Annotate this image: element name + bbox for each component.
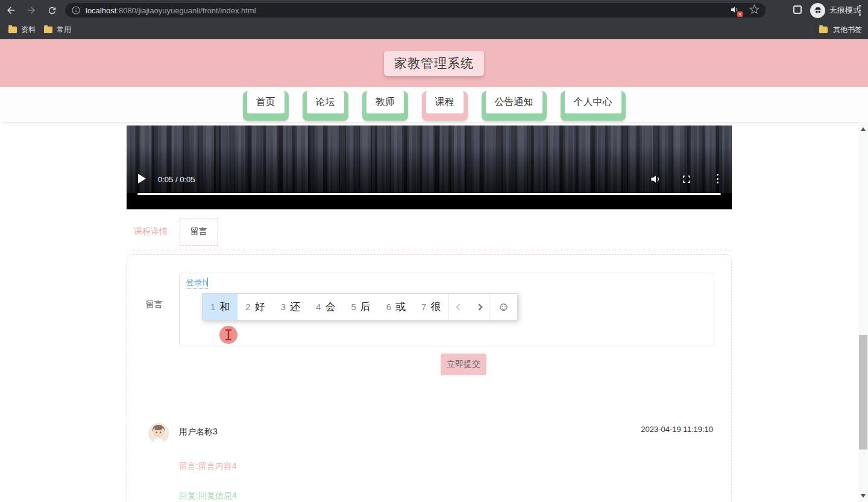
forward-icon[interactable] bbox=[25, 4, 37, 16]
video-frame-cityscape bbox=[127, 126, 732, 193]
folder-icon bbox=[44, 27, 52, 33]
ime-candidate-window: 1和 2好 3还 4会 5后 6或 7很 bbox=[202, 293, 518, 320]
page-title: 家教管理系统 bbox=[384, 51, 484, 76]
scroll-down-icon[interactable] bbox=[861, 494, 866, 498]
main-nav: 首页 论坛 教师 课程 公告通知 个人中心 bbox=[0, 87, 868, 122]
video-time: 0:05 / 0:05 bbox=[158, 175, 195, 184]
url-path: :8080/jiajiaoyuyueguanli/front/index.htm… bbox=[116, 6, 256, 15]
bookmark-folder-1[interactable]: 资料 bbox=[8, 25, 36, 35]
back-icon[interactable] bbox=[5, 4, 17, 16]
avatar bbox=[148, 423, 169, 443]
tabs: 课程详情 留言 bbox=[127, 218, 732, 246]
message-form: 留言 登录h 1和 2好 3还 4会 5后 6或 7很 bbox=[127, 273, 731, 346]
url-host: localhost bbox=[86, 6, 116, 15]
ime-candidate-6[interactable]: 6或 bbox=[379, 294, 414, 320]
divider bbox=[811, 25, 811, 35]
nav-button-teacher[interactable]: 教师 bbox=[362, 91, 408, 121]
site-header: 家教管理系统 bbox=[0, 39, 868, 87]
browser-menu-icon[interactable] bbox=[858, 5, 861, 16]
bookmark-label: 资料 bbox=[21, 25, 36, 35]
ime-prev-page-icon[interactable] bbox=[449, 294, 469, 320]
comments-list: 用户名称3 2023-04-19 11:19:10 留言:留言内容4 回复:回复… bbox=[127, 422, 731, 501]
message-panel: 留言 登录h 1和 2好 3还 4会 5后 6或 7很 bbox=[127, 254, 732, 502]
bookmark-label: 常用 bbox=[57, 25, 71, 35]
touch-text-cursor-icon bbox=[219, 326, 237, 344]
nav-label: 论坛 bbox=[307, 91, 344, 113]
incognito-label: 无痕模式 bbox=[829, 5, 861, 16]
bookmark-folder-2[interactable]: 常用 bbox=[44, 25, 71, 35]
ime-candidate-1[interactable]: 1和 bbox=[203, 294, 237, 320]
scroll-up-icon[interactable] bbox=[861, 127, 866, 131]
ime-candidate-5[interactable]: 5后 bbox=[343, 294, 378, 320]
tab-course-detail[interactable]: 课程详情 bbox=[134, 226, 168, 237]
video-progress-bar[interactable] bbox=[137, 193, 721, 195]
fullscreen-icon[interactable] bbox=[681, 174, 692, 185]
play-icon[interactable] bbox=[137, 174, 146, 183]
incognito-badge: 无痕模式 bbox=[810, 2, 861, 18]
nav-label: 首页 bbox=[247, 91, 285, 113]
nav-label: 教师 bbox=[366, 91, 404, 113]
nav-button-notice[interactable]: 公告通知 bbox=[482, 91, 547, 121]
other-bookmarks-label: 其他书签 bbox=[833, 25, 862, 35]
ime-next-page-icon[interactable] bbox=[469, 294, 489, 320]
comment-item: 用户名称3 2023-04-19 11:19:10 留言:留言内容4 回复:回复… bbox=[127, 422, 731, 501]
nav-button-forum[interactable]: 论坛 bbox=[303, 91, 348, 121]
text-caret bbox=[207, 278, 208, 287]
address-bar[interactable]: localhost:8080/jiajiaoyuyueguanli/front/… bbox=[65, 3, 766, 17]
incognito-icon bbox=[810, 3, 825, 18]
site-info-icon[interactable] bbox=[71, 5, 81, 15]
ime-emoji-icon[interactable] bbox=[489, 294, 517, 320]
side-panel-icon[interactable] bbox=[793, 5, 802, 14]
nav-button-course-active[interactable]: 课程 bbox=[422, 91, 468, 121]
submit-row: 立即提交 bbox=[127, 354, 731, 375]
browser-toolbar: localhost:8080/jiajiaoyuyueguanli/front/… bbox=[0, 0, 868, 21]
comment-username: 用户名称3 bbox=[179, 422, 713, 437]
bookmarks-bar: 资料 常用 其他书签 bbox=[0, 21, 868, 39]
nav-label: 公告通知 bbox=[486, 91, 542, 113]
comment-message: 留言:留言内容4 bbox=[179, 461, 713, 472]
ime-candidate-2[interactable]: 2好 bbox=[237, 294, 272, 320]
nav-button-profile[interactable]: 个人中心 bbox=[561, 91, 626, 121]
divider bbox=[127, 250, 732, 250]
ime-candidate-7[interactable]: 7很 bbox=[414, 294, 448, 320]
video-menu-icon[interactable] bbox=[716, 174, 719, 183]
nav-button-home[interactable]: 首页 bbox=[243, 91, 289, 121]
ime-candidate-4[interactable]: 4会 bbox=[308, 294, 343, 320]
ime-composition-text: 登录h bbox=[186, 278, 208, 289]
folder-icon bbox=[8, 27, 17, 33]
ime-candidate-3[interactable]: 3还 bbox=[273, 294, 308, 320]
comment-reply: 回复:回复信息4 bbox=[179, 491, 713, 501]
nav-label: 个人中心 bbox=[565, 91, 621, 113]
content-area: 0:05 / 0:05 课程详情 留言 留言 登录h 1和 2好 3还 4会 5… bbox=[127, 122, 732, 502]
muted-badge-icon: × bbox=[737, 11, 743, 17]
other-bookmarks[interactable]: 其他书签 bbox=[811, 25, 862, 35]
video-player[interactable]: 0:05 / 0:05 bbox=[127, 126, 732, 209]
message-field-label: 留言 bbox=[127, 273, 179, 346]
bookmark-star-icon[interactable] bbox=[749, 4, 760, 17]
tab-audio-muted-icon[interactable]: × bbox=[730, 5, 741, 16]
tab-message-active[interactable]: 留言 bbox=[180, 218, 218, 246]
comment-timestamp: 2023-04-19 11:19:10 bbox=[641, 425, 713, 434]
page-scrollbar[interactable] bbox=[858, 122, 868, 502]
scrollbar-thumb[interactable] bbox=[859, 335, 867, 450]
url-text: localhost:8080/jiajiaoyuyueguanli/front/… bbox=[86, 6, 256, 15]
reload-icon[interactable] bbox=[46, 4, 58, 16]
volume-icon[interactable] bbox=[650, 173, 662, 185]
submit-button[interactable]: 立即提交 bbox=[441, 354, 486, 375]
folder-icon bbox=[819, 27, 828, 33]
message-textarea[interactable]: 登录h 1和 2好 3还 4会 5后 6或 7很 bbox=[179, 273, 714, 346]
nav-label: 课程 bbox=[426, 91, 464, 113]
